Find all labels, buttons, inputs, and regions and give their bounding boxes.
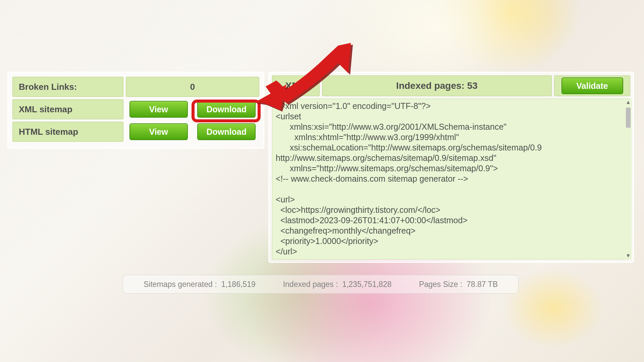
stats-indexed: Indexed pages : 1,235,751,828 bbox=[283, 280, 392, 289]
scroll-thumb[interactable] bbox=[626, 108, 631, 128]
broken-links-label: Broken Links: bbox=[12, 77, 123, 97]
xml-download-button[interactable]: Download bbox=[197, 101, 256, 118]
html-download-button[interactable]: Download bbox=[197, 123, 256, 140]
xml-tab[interactable]: XML bbox=[272, 75, 320, 96]
xml-view-button[interactable]: View bbox=[129, 101, 188, 118]
html-sitemap-label: HTML sitemap bbox=[12, 122, 123, 142]
scroll-down-icon[interactable]: ▼ bbox=[625, 252, 632, 259]
xml-preview[interactable]: <?xml version="1.0" encoding="UTF-8"?> <… bbox=[272, 99, 630, 259]
xml-sitemap-label: XML sitemap bbox=[12, 99, 123, 119]
sitemap-preview-panel: XML Indexed pages: 53 Validate <?xml ver… bbox=[268, 72, 634, 263]
stats-bar: Sitemaps generated : 1,186,519 Indexed p… bbox=[123, 275, 519, 294]
broken-links-value: 0 bbox=[126, 77, 259, 97]
sitemap-summary-panel: Broken Links: 0 XML sitemap View Downloa… bbox=[7, 72, 264, 149]
indexed-pages-label: Indexed pages: 53 bbox=[322, 75, 552, 96]
scroll-up-icon[interactable]: ▲ bbox=[625, 99, 632, 106]
xml-scrollbar[interactable]: ▲ ▼ bbox=[625, 99, 632, 259]
html-view-button[interactable]: View bbox=[129, 123, 188, 140]
stats-size: Pages Size : 78.87 TB bbox=[419, 280, 498, 289]
validate-button[interactable]: Validate bbox=[561, 77, 623, 94]
stats-generated: Sitemaps generated : 1,186,519 bbox=[144, 280, 256, 289]
